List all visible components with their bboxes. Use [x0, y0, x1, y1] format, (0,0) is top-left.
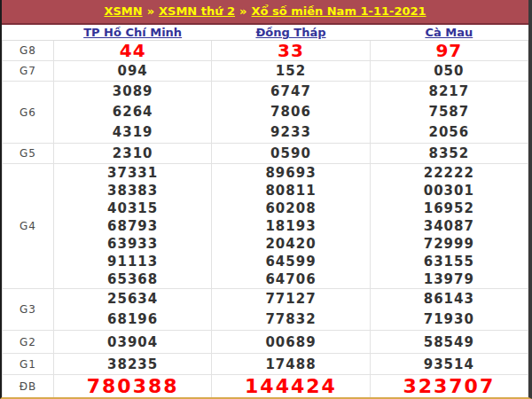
result-number: 13979	[371, 270, 528, 288]
breadcrumb-separator: »	[239, 4, 246, 18]
result-cell: 44	[54, 41, 212, 61]
prize-label: ĐB	[3, 375, 54, 399]
prize-label: G1	[3, 354, 54, 375]
result-number: 63933	[54, 235, 211, 253]
result-number: 2056	[371, 122, 528, 143]
result-number: 0590	[212, 144, 369, 163]
result-number: 16952	[371, 200, 528, 217]
result-number: 34087	[371, 217, 528, 235]
result-number: 80811	[212, 182, 369, 200]
prize-label: G5	[3, 144, 54, 164]
result-number: 4319	[54, 122, 211, 143]
breadcrumb-separator: »	[147, 4, 154, 18]
result-cell: 674778069233	[212, 82, 370, 144]
prize-row-g5: G5231005908352	[3, 144, 528, 164]
result-cell: 8352	[370, 144, 528, 164]
results-table: TP Hồ Chí MinhĐồng ThápCà Mau G8443397G7…	[2, 25, 528, 399]
prize-row-db: ĐB780388144424323707	[3, 375, 528, 399]
result-number: 6264	[54, 102, 211, 122]
result-cell: 8614371930	[370, 289, 528, 331]
result-number: 20420	[212, 235, 369, 253]
prize-label: G7	[3, 61, 54, 82]
result-number: 91113	[54, 253, 211, 270]
result-number: 44	[54, 41, 211, 60]
result-number: 63155	[371, 253, 528, 270]
column-header: TP Hồ Chí Minh	[54, 25, 212, 41]
breadcrumb: XSMN»XSMN thứ 2»Xổ số miền Nam 1-11-2021	[2, 0, 528, 25]
result-number: 094	[54, 61, 211, 81]
breadcrumb-link[interactable]: XSMN thứ 2	[159, 4, 235, 18]
column-header: Đồng Tháp	[212, 25, 370, 41]
result-number: 6747	[212, 82, 369, 102]
result-cell: 93514	[370, 354, 528, 375]
lottery-results-page: XSMN»XSMN thứ 2»Xổ số miền Nam 1-11-2021…	[0, 0, 532, 399]
column-link[interactable]: Cà Mau	[425, 26, 473, 39]
result-cell: 22222003011695234087729996315513979	[370, 164, 528, 289]
result-cell: 58549	[370, 331, 528, 354]
result-cell: 2310	[54, 144, 212, 164]
column-link[interactable]: TP Hồ Chí Minh	[83, 26, 182, 39]
result-number: 7806	[212, 102, 369, 122]
result-number: 03904	[54, 332, 211, 352]
result-number: 00301	[371, 182, 528, 200]
result-number: 17488	[212, 355, 369, 374]
result-number: 72999	[371, 235, 528, 253]
result-cell: 03904	[54, 331, 212, 354]
result-number: 00689	[212, 332, 369, 352]
result-cell: 7712777832	[212, 289, 370, 331]
result-cell: 0590	[212, 144, 370, 164]
result-number: 64706	[212, 270, 369, 288]
result-number: 38235	[54, 355, 211, 374]
result-number: 8352	[371, 144, 528, 163]
result-cell: 821775872056	[370, 82, 528, 144]
result-number: 77832	[212, 309, 369, 330]
result-cell: 17488	[212, 354, 370, 375]
result-cell: 97	[370, 41, 528, 61]
prize-row-g3: G3256346819677127778328614371930	[3, 289, 528, 331]
result-number: 65368	[54, 270, 211, 288]
prize-row-g2: G2039040068958549	[3, 331, 528, 354]
prize-label: G2	[3, 331, 54, 354]
result-number: 18193	[212, 217, 369, 235]
prize-label: G8	[3, 41, 54, 61]
prize-label: G4	[3, 164, 54, 289]
result-number: 89693	[212, 164, 369, 182]
result-cell: 00689	[212, 331, 370, 354]
result-number: 71930	[371, 309, 528, 330]
result-number: 2310	[54, 144, 211, 163]
result-number: 8217	[371, 82, 528, 102]
result-number: 25634	[54, 289, 211, 309]
result-number: 40315	[54, 200, 211, 217]
result-number: 152	[212, 61, 369, 81]
result-cell: 323707	[370, 375, 528, 399]
result-number: 37331	[54, 164, 211, 182]
result-cell: 2563468196	[54, 289, 212, 331]
result-number: 93514	[371, 355, 528, 374]
result-number: 144424	[212, 377, 369, 396]
result-number: 77127	[212, 289, 369, 309]
result-cell: 050	[370, 61, 528, 82]
result-number: 60208	[212, 200, 369, 217]
result-number: 22222	[371, 164, 528, 182]
breadcrumb-link[interactable]: XSMN	[104, 4, 142, 18]
result-cell: 308962644319	[54, 82, 212, 144]
result-number: 323707	[371, 377, 528, 396]
result-number: 050	[371, 61, 528, 81]
column-link[interactable]: Đồng Tháp	[255, 26, 325, 39]
result-number: 7587	[371, 102, 528, 122]
prize-row-g7: G7094152050	[3, 61, 528, 82]
result-cell: 094	[54, 61, 212, 82]
result-cell: 152	[212, 61, 370, 82]
prize-label: G6	[3, 82, 54, 144]
prize-row-g8: G8443397	[3, 41, 528, 61]
prize-row-g1: G1382351748893514	[3, 354, 528, 375]
result-cell: 144424	[212, 375, 370, 399]
breadcrumb-link[interactable]: Xổ số miền Nam 1-11-2021	[251, 4, 426, 18]
result-cell: 780388	[54, 375, 212, 399]
result-number: 38383	[54, 182, 211, 200]
prize-row-g6: G6308962644319674778069233821775872056	[3, 82, 528, 144]
result-number: 64599	[212, 253, 369, 270]
column-header-row: TP Hồ Chí MinhĐồng ThápCà Mau	[3, 25, 528, 41]
result-number: 68793	[54, 217, 211, 235]
column-header: Cà Mau	[370, 25, 528, 41]
